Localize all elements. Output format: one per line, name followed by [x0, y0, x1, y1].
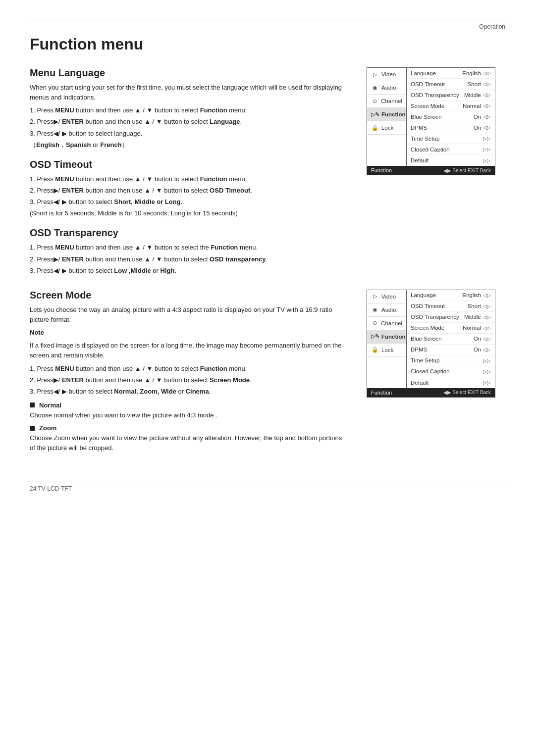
- menu-footer-label-1: Function: [371, 167, 392, 173]
- menu-label-closed-caption-1: Closed Caption: [411, 147, 481, 152]
- left-column-top: Menu Language When you start using your …: [30, 67, 347, 285]
- menu-arrow-osd-timeout-2: ◁▷: [483, 303, 491, 309]
- sub-section-normal-body: Choose normal when you want to view the …: [30, 410, 347, 420]
- menu-value-screen-mode-2: Normal: [463, 325, 481, 331]
- menu-label-time-setup-2: Time Setup: [411, 357, 481, 363]
- osd-timeout-step2: 2. Press▶/ ENTER button and then use ▲ /…: [30, 186, 347, 196]
- black-square-normal: [30, 403, 35, 407]
- screen-mode-step1: 1. Press MENU button and then use ▲ / ▼ …: [30, 364, 347, 374]
- header-section-label: Operation: [479, 23, 505, 30]
- menu-arrow-osd-transparency-1: ◁▷: [483, 92, 491, 98]
- menu-row-osd-transparency-1: OSD Transparency Middle ◁▷: [407, 90, 495, 101]
- menu-value-language-2: English: [462, 292, 481, 298]
- sidebar-item-audio-1: ◉ Audio: [367, 81, 406, 95]
- menu-label-closed-caption-2: Closed Caption: [411, 368, 481, 374]
- osd-timeout-step4: (Short is for 5 seconds; Middle is for 1…: [30, 208, 347, 218]
- menu-value-osd-timeout-2: Short: [468, 303, 482, 309]
- menu-label-language-1: Language: [411, 70, 462, 76]
- menu-box-1-container: ▷ Video ◉ Audio ⊙ Channel ▷✎ Function: [367, 67, 495, 175]
- menu-language-step4: （English，Spanish or French）: [30, 140, 347, 150]
- menu-label-language-2: Language: [411, 292, 462, 298]
- menu-label-osd-timeout-1: OSD Timeout: [411, 81, 468, 87]
- screen-mode-note-label: Note: [30, 328, 347, 338]
- menu-row-osd-transparency-2: OSD Transparency Middle ◁▷: [407, 312, 495, 323]
- sidebar-function-label-1: Function: [381, 111, 406, 117]
- menu-sidebar-2: ▷ Video ◉ Audio ⊙ Channel ▷✎ Function: [367, 290, 407, 388]
- header-section: Operation: [30, 20, 505, 30]
- menu-language-step3: 3. Press◀/ ▶ button to select language.: [30, 129, 347, 139]
- menu-label-blue-screen-2: Blue Screen: [411, 336, 474, 342]
- menu-row-closed-caption-2: Closed Caption ▷▷: [407, 366, 495, 377]
- menu-row-screen-mode-2: Screen Mode Normal ◁▷: [407, 323, 495, 334]
- sidebar-item-channel-1: ⊙ Channel: [367, 95, 406, 108]
- section-osd-timeout: OSD Timeout 1. Press MENU button and the…: [30, 159, 347, 219]
- menu-tri-default-2: ▷▷: [483, 380, 491, 385]
- menu-tri-closed-caption-2: ▷▷: [483, 369, 491, 374]
- menu-row-blue-screen-1: Blue Screen On ◁▷: [407, 111, 495, 122]
- sidebar-item-video-1: ▷ Video: [367, 68, 406, 81]
- menu-value-dpms-2: On: [474, 347, 481, 353]
- menu-arrow-screen-mode-1: ◁▷: [483, 103, 491, 108]
- screen-mode-intro: Lets you choose the way an analog pictur…: [30, 305, 347, 325]
- section-menu-language: Menu Language When you start using your …: [30, 67, 347, 150]
- menu-row-blue-screen-2: Blue Screen On ◁▷: [407, 334, 495, 345]
- sidebar-item-lock-1: 🔒 Lock: [367, 121, 406, 135]
- sidebar-function-label-2: Function: [381, 334, 406, 340]
- menu-footer-hints-2: ◀▶ Select EXIT Back: [443, 390, 491, 395]
- menu-footer-2: Function ◀▶ Select EXIT Back: [367, 388, 495, 397]
- menu-arrow-blue-screen-1: ◁▷: [483, 114, 491, 119]
- menu-row-time-setup-1: Time Setup ▷▷: [407, 133, 495, 144]
- menu-footer-1: Function ◀▶ Select EXIT Back: [367, 166, 495, 175]
- sub-section-title-normal: Normal: [30, 402, 347, 409]
- menu-row-language-1: Language English ◁▷: [407, 68, 495, 79]
- function-icon-2: ▷✎: [371, 333, 379, 341]
- menu-box-2-container: ▷ Video ◉ Audio ⊙ Channel ▷✎ Function: [367, 290, 495, 398]
- sub-section-zoom-body: Choose Zoom when you want to view the pi…: [30, 433, 347, 453]
- section-title-menu-language: Menu Language: [30, 67, 347, 79]
- top-layout: Menu Language When you start using your …: [30, 67, 505, 285]
- sidebar-item-audio-2: ◉ Audio: [367, 303, 406, 317]
- menu-footer-hints-1: ◀▶ Select EXIT Back: [443, 168, 491, 173]
- sidebar-item-channel-2: ⊙ Channel: [367, 317, 406, 330]
- function-icon-1: ▷✎: [371, 110, 379, 118]
- audio-icon-2: ◉: [371, 306, 379, 314]
- sidebar-item-function-1: ▷✎ Function: [367, 108, 406, 121]
- osd-transparency-step2: 2. Press▶/ ENTER button and then use ▲ /…: [30, 254, 347, 264]
- sub-section-normal: Normal Choose normal when you want to vi…: [30, 402, 347, 420]
- channel-icon-2: ⊙: [371, 319, 378, 327]
- menu-label-osd-timeout-2: OSD Timeout: [411, 303, 468, 309]
- sidebar-item-lock-2: 🔒 Lock: [367, 344, 406, 357]
- black-square-zoom: [30, 426, 35, 431]
- menu-arrow-osd-transparency-2: ◁▷: [483, 314, 491, 320]
- menu-language-step2: 2. Press▶/ ENTER button and then use ▲ /…: [30, 117, 347, 127]
- section-osd-transparency: OSD Transparency 1. Press MENU button an…: [30, 227, 347, 275]
- channel-icon-1: ⊙: [371, 97, 378, 105]
- sidebar-channel-label-2: Channel: [381, 320, 402, 326]
- page-title: Function menu: [30, 35, 505, 53]
- menu-arrow-dpms-1: ◁▷: [483, 125, 491, 130]
- video-icon-2: ▷: [371, 293, 379, 301]
- section-title-screen-mode: Screen Mode: [30, 290, 347, 301]
- menu-value-dpms-1: On: [474, 125, 481, 131]
- osd-timeout-step1: 1. Press MENU button and then use ▲ / ▼ …: [30, 174, 347, 184]
- menu-language-step1: 1. Press MENU button and then use ▲ / ▼ …: [30, 105, 347, 115]
- menu-row-dpms-2: DPMS On ◁▷: [407, 345, 495, 355]
- menu-arrow-blue-screen-2: ◁▷: [483, 336, 491, 342]
- video-icon-1: ▷: [371, 70, 379, 78]
- menu-tri-time-setup-1: ▷▷: [483, 136, 491, 141]
- sidebar-lock-label-2: Lock: [381, 347, 393, 353]
- osd-timeout-step3: 3. Press◀/ ▶ button to select Short, Mid…: [30, 197, 347, 207]
- sidebar-item-function-2: ▷✎ Function: [367, 330, 406, 344]
- menu-value-blue-screen-1: On: [474, 114, 481, 120]
- menu-row-closed-caption-1: Closed Caption ▷▷: [407, 144, 495, 155]
- menu-box-1: ▷ Video ◉ Audio ⊙ Channel ▷✎ Function: [367, 67, 505, 185]
- left-column-bottom: Screen Mode Lets you choose the way an a…: [30, 290, 347, 462]
- footer-label: 24 TV LCD-TFT: [30, 485, 72, 492]
- sub-section-title-zoom: Zoom: [30, 424, 347, 432]
- menu-label-dpms-1: DPMS: [411, 125, 474, 131]
- screen-mode-step3: 3. Press◀/ ▶ button to select Normal, Zo…: [30, 387, 347, 397]
- sidebar-item-video-2: ▷ Video: [367, 290, 406, 303]
- menu-row-default-1: Default ▷▷: [407, 155, 495, 166]
- menu-arrow-language-1: ◁▷: [483, 70, 491, 76]
- menu-row-osd-timeout-2: OSD Timeout Short ◁▷: [407, 301, 495, 312]
